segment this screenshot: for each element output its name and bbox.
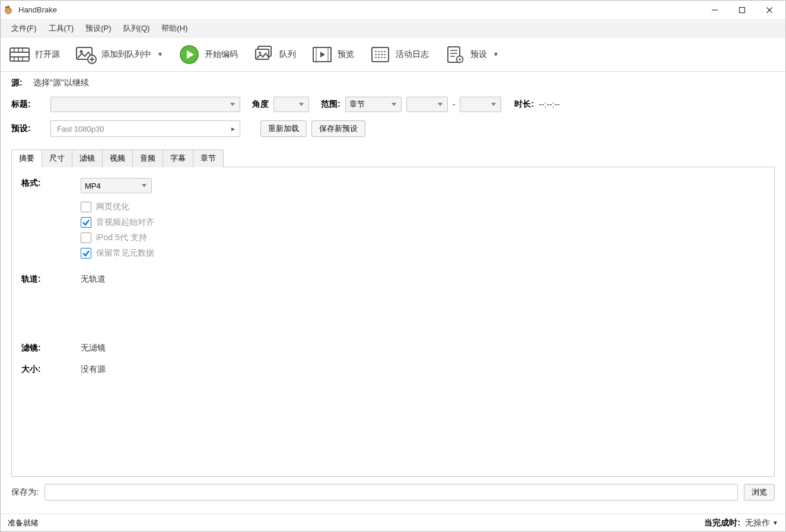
checkbox-icon (81, 232, 91, 243)
save-as-row: 保存为: 浏览 (11, 484, 775, 501)
menu-file[interactable]: 文件(F) (5, 21, 43, 36)
svg-rect-4 (740, 7, 745, 12)
tab-video[interactable]: 视频 (102, 149, 133, 167)
add-to-queue-button[interactable]: 添加到队列中 ▼ (69, 42, 169, 68)
angle-select[interactable] (273, 97, 309, 112)
svg-point-39 (459, 58, 461, 60)
checkbox-icon (81, 248, 91, 259)
title-row: 标题: 角度 范围: 章节 - 时长: --:--:-- (11, 97, 775, 112)
tab-subtitles[interactable]: 字幕 (163, 149, 193, 167)
when-done-label: 当完成时: (704, 518, 740, 528)
menu-presets[interactable]: 预设(P) (79, 21, 117, 36)
preview-label: 预览 (338, 49, 354, 60)
checkbox-icon (81, 202, 91, 212)
open-source-button[interactable]: 打开源 (3, 42, 66, 68)
size-label: 大小: (21, 364, 81, 375)
statusbar: 准备就绪 当完成时: 无操作 ▼ (1, 514, 785, 531)
tracks-value: 无轨道 (81, 274, 765, 285)
tabs: 摘要 尺寸 滤镜 视频 音频 字幕 章节 (11, 149, 775, 167)
tracks-label: 轨道: (21, 274, 81, 285)
title-select[interactable] (50, 97, 240, 112)
tab-summary[interactable]: 摘要 (11, 149, 42, 167)
range-end-select[interactable] (460, 97, 501, 112)
status-text: 准备就绪 (8, 518, 39, 528)
menu-queue[interactable]: 队列(Q) (117, 21, 156, 36)
filters-value: 无滤镜 (81, 343, 765, 353)
start-encode-button[interactable]: 开始编码 (173, 42, 244, 68)
checkbox-icon (81, 217, 91, 228)
checkbox-av-align[interactable]: 音视频起始对齐 (81, 217, 765, 228)
svg-marker-29 (320, 52, 325, 58)
checkbox-web-optimized[interactable]: 网页优化 (81, 202, 765, 212)
queue-icon (253, 44, 275, 65)
source-hint: 选择"源"以继续 (33, 78, 89, 88)
reload-preset-button[interactable]: 重新加载 (260, 120, 307, 137)
range-dash: - (453, 100, 456, 109)
svg-point-17 (80, 50, 83, 53)
source-label: 源: (11, 78, 23, 88)
menu-help[interactable]: 帮助(H) (155, 21, 193, 36)
window-title: HandBrake (18, 5, 57, 14)
range-type-select[interactable]: 章节 (345, 97, 402, 112)
angle-label: 角度 (252, 99, 269, 110)
minimize-button[interactable] (701, 1, 728, 19)
duration-label: 时长: (514, 99, 534, 110)
play-icon (179, 44, 200, 65)
checkbox-label: iPod 5代 支持 (96, 232, 147, 243)
activity-log-label: 活动日志 (396, 49, 429, 60)
checkbox-label: 保留常见元数据 (96, 248, 154, 259)
size-value: 没有源 (81, 364, 765, 375)
chevron-down-icon: ▼ (157, 51, 163, 58)
activity-log-button[interactable]: 活动日志 (364, 42, 435, 68)
svg-point-25 (259, 52, 261, 54)
menubar: 文件(F) 工具(T) 预设(P) 队列(Q) 帮助(H) (1, 20, 785, 37)
queue-button[interactable]: 队列 (247, 42, 302, 68)
tab-dimensions[interactable]: 尺寸 (42, 149, 72, 167)
start-encode-label: 开始编码 (205, 49, 238, 60)
content-area: 源: 选择"源"以继续 标题: 角度 范围: 章节 - 时长: --:--:--… (1, 72, 785, 514)
app-icon (3, 4, 15, 16)
range-start-select[interactable] (406, 97, 448, 112)
preset-row: 预设: Fast 1080p30 重新加载 保存新预设 (11, 120, 775, 137)
format-label: 格式: (21, 178, 81, 263)
toolbar: 打开源 添加到队列中 ▼ 开始编码 队列 预览 活动日志 预设 ▼ (1, 37, 785, 72)
preview-icon (311, 44, 333, 65)
preview-button[interactable]: 预览 (306, 42, 360, 68)
chevron-down-icon: ▼ (772, 520, 778, 526)
browse-button[interactable]: 浏览 (744, 484, 775, 501)
save-as-label: 保存为: (11, 487, 39, 498)
preset-icon (444, 44, 466, 65)
menu-tools[interactable]: 工具(T) (43, 21, 80, 36)
queue-label: 队列 (279, 49, 296, 60)
film-icon (9, 44, 30, 65)
presets-button[interactable]: 预设 ▼ (438, 42, 505, 68)
tab-chapters[interactable]: 章节 (193, 149, 224, 167)
save-as-path-input[interactable] (44, 484, 738, 501)
preset-selector[interactable]: Fast 1080p30 (50, 120, 240, 137)
tab-panel-summary: 格式: MP4 网页优化 音视频起始对齐 iPod 5代 支持 (11, 167, 775, 477)
open-source-label: 打开源 (35, 49, 60, 60)
titlebar: HandBrake (1, 1, 785, 20)
checkbox-metadata[interactable]: 保留常见元数据 (81, 248, 765, 259)
maximize-button[interactable] (728, 1, 756, 19)
add-queue-icon (75, 44, 97, 65)
filters-label: 滤镜: (21, 343, 81, 353)
tab-filters[interactable]: 滤镜 (72, 149, 103, 167)
presets-label: 预设 (470, 49, 487, 60)
log-icon (370, 44, 391, 65)
svg-point-2 (5, 6, 8, 8)
source-row: 源: 选择"源"以继续 (11, 78, 775, 88)
chevron-down-icon: ▼ (493, 51, 499, 58)
when-done-select[interactable]: 无操作 ▼ (745, 518, 778, 528)
checkbox-ipod[interactable]: iPod 5代 支持 (81, 232, 765, 243)
tab-audio[interactable]: 音频 (132, 149, 163, 167)
checkbox-label: 音视频起始对齐 (96, 217, 154, 228)
format-select[interactable]: MP4 (81, 178, 152, 193)
add-to-queue-label: 添加到队列中 (101, 49, 151, 60)
checkbox-label: 网页优化 (96, 202, 129, 212)
svg-rect-30 (372, 47, 389, 62)
save-new-preset-button[interactable]: 保存新预设 (311, 120, 365, 137)
svg-rect-7 (10, 48, 29, 61)
range-label: 范围: (321, 99, 341, 110)
close-button[interactable] (756, 1, 783, 19)
